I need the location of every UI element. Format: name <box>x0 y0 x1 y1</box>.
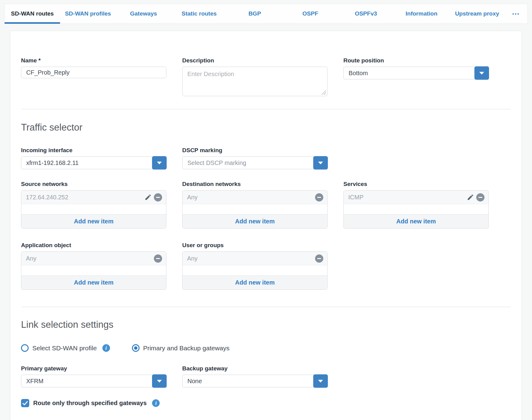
tab-sd-wan-routes[interactable]: SD-WAN routes <box>5 4 60 23</box>
dscp-marking-placeholder: Select DSCP marking <box>187 159 246 166</box>
route-only-checkbox-row: Route only through specified gateways i <box>21 399 511 407</box>
radio-select-sd-wan-profile-label: Select SD-WAN profile <box>32 345 97 352</box>
route-position-select[interactable]: Bottom <box>343 67 489 79</box>
incoming-interface-label: Incoming interface <box>21 147 166 154</box>
user-or-groups-item-value: Any <box>187 255 197 262</box>
chevron-down-icon <box>157 380 162 383</box>
tab-bgp[interactable]: BGP <box>227 4 282 23</box>
services-label: Services <box>343 181 489 187</box>
application-object-listbox: Any Add new item <box>21 251 166 290</box>
top-tab-bar: SD-WAN routes SD-WAN profiles Gateways S… <box>4 4 528 24</box>
chevron-down-icon <box>157 162 162 164</box>
link-selection-radio-group: Select SD-WAN profile i Primary and Back… <box>21 344 511 352</box>
application-object-field-group: Application object Any Add new item <box>21 242 166 290</box>
application-object-item-value: Any <box>26 255 36 262</box>
tab-ospf[interactable]: OSPF <box>282 4 338 23</box>
primary-gateway-value: XFRM <box>26 378 44 385</box>
listbox-empty-area <box>21 265 166 276</box>
user-or-groups-field-group: User or groups Any Add new item <box>182 242 328 290</box>
tab-information[interactable]: Information <box>394 4 449 23</box>
description-field-group: Description <box>182 57 328 96</box>
backup-gateway-value: None <box>187 378 202 385</box>
source-networks-listbox: 172.64.240.252 Add new item <box>21 190 166 229</box>
description-textarea[interactable] <box>182 67 328 96</box>
backup-gateway-dropdown-button[interactable] <box>313 374 328 388</box>
remove-item-icon[interactable] <box>476 193 484 201</box>
primary-gateway-select[interactable]: XFRM <box>21 375 166 387</box>
edit-pencil-icon[interactable] <box>467 194 474 201</box>
listbox-empty-area <box>183 265 327 276</box>
info-icon[interactable]: i <box>152 399 160 407</box>
listbox-empty-area <box>344 204 488 215</box>
radio-primary-and-backup-gateways[interactable]: Primary and Backup gateways <box>132 344 230 352</box>
user-or-groups-add-button[interactable]: Add new item <box>183 276 327 289</box>
backup-gateway-field-group: Backup gateway None <box>182 365 328 387</box>
description-label: Description <box>182 57 328 64</box>
checkmark-icon <box>23 401 28 405</box>
chevron-down-icon <box>318 162 323 164</box>
backup-gateway-label: Backup gateway <box>182 365 328 372</box>
destination-networks-label: Destination networks <box>182 181 328 187</box>
services-item-value: ICMP <box>348 194 364 201</box>
destination-networks-add-button[interactable]: Add new item <box>183 215 327 228</box>
route-only-checkbox[interactable] <box>21 399 29 407</box>
destination-networks-listbox: Any Add new item <box>182 190 328 229</box>
remove-item-icon[interactable] <box>315 254 323 263</box>
info-icon[interactable]: i <box>102 344 110 352</box>
incoming-interface-value: xfrm1-192.168.2.11 <box>26 159 79 166</box>
listbox-empty-area <box>21 204 166 215</box>
source-networks-item: 172.64.240.252 <box>21 191 166 204</box>
route-only-checkbox-label: Route only through specified gateways <box>33 400 147 407</box>
radio-unselected-icon[interactable] <box>21 344 29 352</box>
incoming-interface-dropdown-button[interactable] <box>152 156 167 170</box>
incoming-interface-field-group: Incoming interface xfrm1-192.168.2.11 <box>21 147 166 169</box>
dscp-marking-field-group: DSCP marking Select DSCP marking <box>182 147 328 169</box>
remove-item-icon[interactable] <box>315 193 323 201</box>
user-or-groups-label: User or groups <box>182 242 328 249</box>
listbox-empty-area <box>183 204 327 215</box>
tab-sd-wan-profiles[interactable]: SD-WAN profiles <box>60 4 115 23</box>
source-networks-add-button[interactable]: Add new item <box>21 215 166 228</box>
section-divider <box>21 109 511 109</box>
user-or-groups-item: Any <box>183 252 327 265</box>
source-networks-item-value: 172.64.240.252 <box>26 194 68 201</box>
radio-selected-icon[interactable] <box>132 344 140 352</box>
route-position-dropdown-button[interactable] <box>474 66 489 80</box>
tab-gateways[interactable]: Gateways <box>116 4 171 23</box>
name-input[interactable] <box>21 67 166 78</box>
source-networks-label: Source networks <box>21 181 166 187</box>
radio-select-sd-wan-profile[interactable]: Select SD-WAN profile i <box>21 344 110 352</box>
tab-upstream-proxy[interactable]: Upstream proxy <box>449 4 505 23</box>
link-selection-heading: Link selection settings <box>21 319 511 330</box>
dscp-marking-select[interactable]: Select DSCP marking <box>182 156 328 169</box>
remove-item-icon[interactable] <box>154 193 162 201</box>
more-tabs-ellipsis-icon[interactable]: ••• <box>505 4 527 23</box>
incoming-interface-select[interactable]: xfrm1-192.168.2.11 <box>21 156 166 169</box>
user-or-groups-listbox: Any Add new item <box>182 251 328 290</box>
destination-networks-item: Any <box>183 191 327 204</box>
backup-gateway-select[interactable]: None <box>182 375 328 387</box>
destination-networks-item-value: Any <box>187 194 197 201</box>
services-add-button[interactable]: Add new item <box>344 215 488 228</box>
primary-gateway-field-group: Primary gateway XFRM <box>21 365 166 387</box>
edit-pencil-icon[interactable] <box>144 194 152 201</box>
destination-networks-field-group: Destination networks Any Add new item <box>182 181 328 229</box>
route-position-label: Route position <box>343 57 489 64</box>
remove-item-icon[interactable] <box>154 254 162 263</box>
chevron-down-icon <box>479 72 484 75</box>
section-divider <box>21 307 511 307</box>
services-field-group: Services ICMP Add new item <box>343 181 489 229</box>
application-object-add-button[interactable]: Add new item <box>21 276 166 289</box>
name-field-group: Name * <box>21 57 166 78</box>
route-position-field-group: Route position Bottom <box>343 57 489 79</box>
tab-ospfv3[interactable]: OSPFv3 <box>338 4 394 23</box>
services-listbox: ICMP Add new item <box>343 190 489 229</box>
tab-static-routes[interactable]: Static routes <box>171 4 227 23</box>
primary-gateway-dropdown-button[interactable] <box>152 374 167 388</box>
traffic-selector-heading: Traffic selector <box>21 122 511 133</box>
chevron-down-icon <box>318 380 323 383</box>
sd-wan-route-form-card: Name * Description Route position Bottom… <box>10 31 522 420</box>
application-object-label: Application object <box>21 242 166 249</box>
dscp-marking-dropdown-button[interactable] <box>313 156 328 170</box>
primary-gateway-label: Primary gateway <box>21 365 166 372</box>
